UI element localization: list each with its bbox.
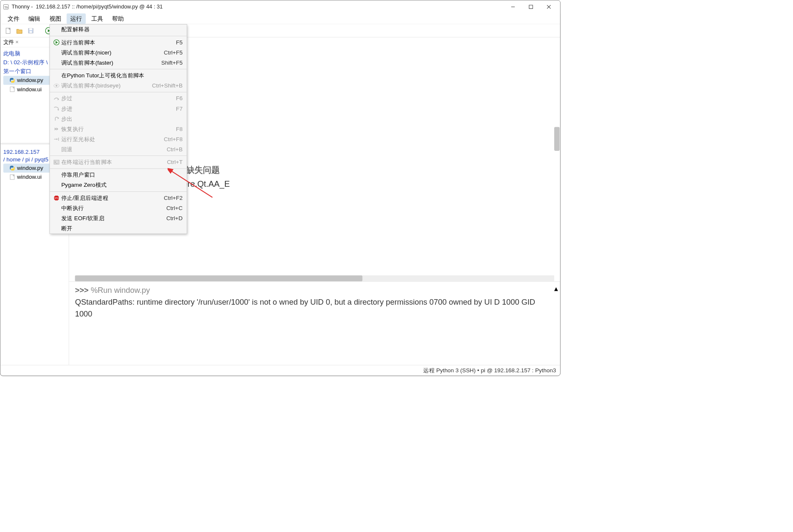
menu-item-在终端运行当前脚本: >_在终端运行当前脚本Ctrl+T: [50, 157, 187, 167]
menu-item-label: 回退: [61, 145, 161, 153]
blank-icon: [53, 216, 60, 221]
menu-运行[interactable]: 运行: [67, 14, 86, 24]
menu-shortcut: Ctrl+B: [167, 146, 183, 153]
statusbar[interactable]: 远程 Python 3 (SSH) • pi @ 192.168.2.157 :…: [0, 365, 561, 376]
menu-帮助[interactable]: 帮助: [109, 14, 128, 24]
save-file-button[interactable]: [27, 27, 35, 35]
menu-编辑[interactable]: 编辑: [25, 14, 44, 24]
step-out-icon: [53, 116, 60, 122]
blank-icon: [53, 146, 60, 152]
menu-shortcut: F7: [176, 106, 183, 112]
menu-separator: [50, 36, 187, 36]
menu-item-发送-EOF/软重启[interactable]: 发送 EOF/软重启Ctrl+D: [50, 213, 187, 224]
menu-item-label: 中断执行: [61, 204, 160, 212]
shell-console[interactable]: >>> %Run window.py QStandardPaths: runti…: [69, 281, 560, 365]
play-green-icon: [53, 39, 60, 45]
interpreter-status[interactable]: 远程 Python 3 (SSH) • pi @ 192.168.2.157 :…: [423, 367, 556, 374]
svg-rect-10: [30, 31, 32, 33]
shell-output: QStandardPaths: runtime directory '/run/…: [75, 296, 554, 319]
window-title: Thonny - 192.168.2.157 :: /home/pi/pyqt5…: [12, 4, 510, 10]
menu-item-回退: 回退Ctrl+B: [50, 144, 187, 154]
menu-工具[interactable]: 工具: [88, 14, 107, 24]
menu-item-label: 调试当前脚本(birdseye): [61, 82, 146, 90]
maximize-button[interactable]: [528, 4, 534, 10]
open-file-button[interactable]: [15, 27, 24, 35]
menu-item-label: 调试当前脚本(faster): [61, 59, 155, 66]
svg-marker-25: [57, 109, 59, 111]
menu-shortcut: Ctrl+F8: [164, 136, 182, 143]
menu-shortcut: Ctrl+F5: [164, 49, 182, 56]
stop-icon: STOP: [53, 195, 60, 201]
console-scroll-up-icon[interactable]: ▴: [554, 283, 559, 287]
step-into-icon: [53, 106, 60, 112]
menu-item-label: Pygame Zero模式: [61, 181, 183, 189]
menu-shortcut: F8: [176, 126, 183, 133]
svg-text:Th: Th: [4, 5, 8, 9]
window-controls: [510, 4, 552, 10]
menu-item-label: 运行当前脚本: [61, 38, 170, 46]
editor-vertical-scrollbar[interactable]: [554, 127, 560, 151]
blank-icon: [53, 172, 60, 178]
file-name: window.ui: [17, 174, 41, 180]
menu-item-调试当前脚本(faster)[interactable]: 调试当前脚本(faster)Shift+F5: [50, 57, 187, 68]
python-icon: [9, 165, 15, 171]
menu-item-label: 断开: [61, 225, 183, 232]
menu-item-调试当前脚本(nicer)[interactable]: 调试当前脚本(nicer)Ctrl+F5: [50, 47, 187, 57]
menu-separator: [50, 169, 187, 169]
file-name: window.py: [17, 165, 43, 172]
menu-item-运行至光标处: 运行至光标处Ctrl+F8: [50, 134, 187, 144]
svg-marker-28: [55, 128, 56, 131]
step-over-icon: [53, 95, 60, 101]
panel-close-icon[interactable]: ✕: [15, 40, 19, 44]
blank-icon: [53, 205, 60, 211]
menu-item-停止/重启后端进程[interactable]: STOP停止/重启后端进程Ctrl+F2: [50, 193, 187, 203]
new-file-button[interactable]: [4, 27, 12, 35]
menu-shortcut: F5: [176, 39, 183, 46]
close-button[interactable]: [546, 4, 552, 10]
menu-item-步出: 步出: [50, 114, 187, 124]
svg-point-22: [55, 85, 57, 87]
menu-separator: [50, 156, 187, 156]
run-to-cursor-icon: [53, 136, 60, 142]
menu-separator: [50, 92, 187, 93]
svg-marker-31: [57, 138, 58, 140]
eye-icon: [53, 83, 60, 89]
menu-item-label: 运行至光标处: [61, 135, 158, 143]
menu-item-在Python-Tutor上可视化当前脚本[interactable]: 在Python Tutor上可视化当前脚本: [50, 71, 187, 81]
menu-item-步过: 步过F6: [50, 93, 187, 104]
shell-command: %Run window.py: [91, 286, 150, 295]
menu-文件[interactable]: 文件: [4, 14, 23, 24]
blank-icon: [53, 49, 60, 55]
file-name: window.py: [17, 77, 43, 84]
thonny-logo-icon: Th: [3, 3, 9, 10]
terminal-icon: >_: [53, 159, 60, 165]
menu-shortcut: Ctrl+C: [166, 205, 182, 212]
menu-item-label: 步进: [61, 105, 170, 112]
menu-item-停靠用户窗口[interactable]: 停靠用户窗口: [50, 170, 187, 180]
file-name: window.ui: [17, 86, 41, 93]
menu-item-label: 在Python Tutor上可视化当前脚本: [61, 72, 183, 79]
menu-视图[interactable]: 视图: [46, 14, 65, 24]
menu-shortcut: Ctrl+D: [166, 215, 182, 222]
svg-text:STOP: STOP: [55, 197, 60, 199]
file-icon: [9, 86, 15, 92]
menu-separator: [50, 69, 187, 69]
editor-horizontal-scrollbar[interactable]: [75, 276, 554, 281]
file-icon: [9, 174, 15, 180]
minimize-button[interactable]: [510, 4, 516, 10]
python-icon: [9, 77, 15, 83]
titlebar: Th Thonny - 192.168.2.157 :: /home/pi/py…: [0, 0, 561, 14]
files-panel-label: 文件: [3, 38, 14, 46]
scrollbar-thumb[interactable]: [75, 276, 362, 281]
menu-item-Pygame-Zero模式[interactable]: Pygame Zero模式: [50, 180, 187, 190]
menu-item-运行当前脚本[interactable]: 运行当前脚本F5: [50, 37, 187, 47]
menu-item-配置解释器[interactable]: 配置解释器: [50, 25, 187, 35]
shell-prompt: >>>: [75, 286, 88, 295]
svg-rect-3: [529, 5, 533, 8]
annotation-arrow-icon: [168, 168, 216, 204]
menu-item-label: 步出: [61, 115, 183, 123]
menu-item-中断执行[interactable]: 中断执行Ctrl+C: [50, 203, 187, 213]
menu-item-断开[interactable]: 断开: [50, 224, 187, 234]
menu-item-label: 调试当前脚本(nicer): [61, 49, 158, 56]
blank-icon: [53, 226, 60, 232]
